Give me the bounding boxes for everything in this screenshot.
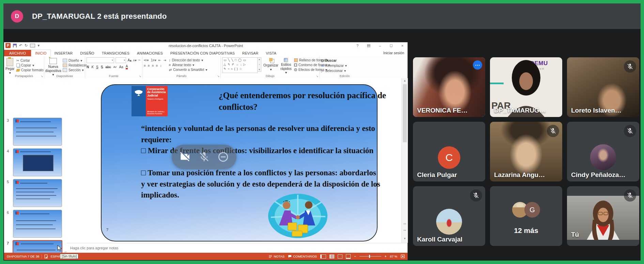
increase-indent-button[interactable]: ⇥ [163,58,166,62]
scroll-up-icon[interactable]: ▲ [402,79,408,82]
numbering-button[interactable]: 1≡▾ [151,58,156,62]
bullets-button[interactable]: •≡▾ [144,58,149,62]
font-name-select[interactable]: ▾ [87,57,114,63]
normal-view-button[interactable] [320,254,326,259]
zoom-in-button[interactable]: + [385,254,387,258]
line-spacing-button[interactable]: ↕ [160,64,162,68]
tab-inicio[interactable]: INICIO [31,49,50,57]
scrollbar-thumb[interactable] [403,84,407,142]
slide-scrollbar[interactable]: ▲ ˄˄ ˅˅ ▼ [401,78,408,243]
bold-button[interactable]: N [87,65,89,69]
font-color-button[interactable]: A [126,65,128,69]
quick-styles-button[interactable]: Estilos rápidos ▾ [280,58,292,75]
shapes-gallery[interactable]: ▭ ╲ ╲ □ ◯ ▭ △ ↰ ↱ → ↓ ▷ ✎ ~ ≈ ( ) ☆ [222,57,258,73]
align-left-button[interactable]: ≡ [144,64,146,68]
section-button[interactable]: Sección ▾ [63,68,87,72]
dialog-launcher-icon[interactable]: ↘ [217,75,219,78]
align-right-button[interactable]: ≡ [152,64,154,68]
zoom-slider[interactable] [359,256,381,256]
slide-thumbnail-6[interactable] [13,210,62,238]
fit-to-window-icon[interactable] [401,254,405,258]
minimize-icon[interactable] [217,151,229,163]
layout-button[interactable]: Diseño ▾ [63,58,87,63]
justify-button[interactable]: ≡ [156,64,158,68]
notes-toggle[interactable]: NOTAS [269,254,285,258]
camera-off-icon[interactable] [179,151,191,163]
previous-slide-button[interactable]: ˄˄ [402,223,408,228]
align-center-button[interactable]: ≡ [148,64,150,68]
close-button[interactable]: × [400,44,405,48]
dialog-launcher-icon[interactable]: ↘ [316,75,318,78]
participant-tile-dp-tamarugal[interactable]: ODEMU y Desarrollo de la M PAR DP_TAMARU… [490,57,562,117]
participant-tile-lazarina[interactable]: Lazarina Angu… [490,122,562,181]
slide-sorter-view-button[interactable] [329,254,334,259]
shapes-gallery-scroll[interactable]: ▲▪▼ [258,57,261,72]
tab-transiciones[interactable]: TRANSICIONES [98,50,133,56]
tab-insertar[interactable]: INSERTAR [51,50,77,56]
scroll-down-icon[interactable]: ▼ [402,237,408,240]
slideshow-button[interactable] [346,254,351,259]
char-spacing-button[interactable]: AV [113,65,117,69]
restore-button[interactable]: ◻ [389,43,394,48]
text-direction-button[interactable]: ↕ Dirección del texto ▾ [169,58,208,62]
participant-tile-self[interactable]: Tú [567,186,639,246]
copy-button[interactable]: Copiar ▾ [16,63,44,68]
slide-thumbnail-7-current[interactable] [13,240,62,253]
align-text-button[interactable]: ≡ Alinear texto ▾ [169,63,208,67]
dialog-launcher-icon[interactable]: ↘ [41,75,43,78]
scissors-icon: ✂ [16,59,19,62]
smartart-button[interactable]: ⇄ Convertir a SmartArt ▾ [169,68,208,72]
participant-tile-karoll[interactable]: Karoll Carvajal [413,186,485,246]
decrease-indent-button[interactable]: ⇤ [158,58,161,62]
tab-archivo[interactable]: ARCHIVO [4,50,31,56]
tab-animaciones[interactable]: ANIMACIONES [133,50,167,56]
mic-off-icon[interactable] [198,151,210,163]
next-slide-button[interactable]: ˅˅ [402,229,408,234]
tab-presentacion[interactable]: PRESENTACIÓN CON DIAPOSITIVAS [167,50,239,56]
slide-thumbnail-3[interactable] [13,118,62,146]
shadow-button[interactable]: S [101,65,103,69]
reading-view-button[interactable] [338,254,342,259]
minimize-button[interactable]: – [378,44,382,48]
new-slide-button[interactable]: Nueva diapositiva ▾ [46,58,61,77]
shrink-font-button[interactable]: A▾ [133,59,137,62]
select-button[interactable]: ▷ Seleccionar ▾ [321,69,368,73]
slide[interactable]: Corporación de Asistencia Judicial Tarap… [101,84,378,241]
help-button[interactable]: ? [355,44,360,48]
replace-button[interactable]: ab Reemplazar ▾ [321,63,368,68]
participant-tile-cindy[interactable]: Cindy Peñaloza… [567,122,639,181]
slide-thumbnail-5[interactable] [13,179,62,207]
strikethrough-button[interactable]: abc [105,65,111,69]
clear-format-button[interactable]: ✑ [138,58,141,62]
tab-revisar[interactable]: REVISAR [239,50,262,56]
notes-pane[interactable]: Haga clic para agregar notas [67,243,408,253]
font-size-select[interactable]: ▾ [116,57,126,63]
change-case-button[interactable]: Aa [119,65,123,69]
participant-tile-loreto[interactable]: Loreto Islaven… [567,57,639,117]
spellcheck-icon[interactable] [44,254,48,259]
arrange-button[interactable]: Organizar ▾ [264,58,278,71]
zoom-level[interactable]: 87 % [390,254,397,258]
comments-toggle[interactable]: COMENTARIOS [288,254,317,258]
zoom-out-button[interactable]: − [354,254,356,258]
participant-name: DP_TAMARUG… [494,107,546,114]
tab-vista[interactable]: VISTA [262,50,280,56]
find-button[interactable]: Buscar [321,58,368,63]
ribbon-options-button[interactable]: ▤ [366,43,371,48]
group-portapapeles: Pegar ▾ ✂ Cortar Copiar ▾ [4,56,44,78]
format-painter-button[interactable]: Copiar formato [16,68,44,72]
paste-button[interactable]: Pegar ▾ [5,58,15,75]
dialog-launcher-icon[interactable]: ↘ [139,75,141,78]
slide-thumbnail-4[interactable] [13,148,62,176]
reset-button[interactable]: Restablecer [63,63,87,68]
more-options-button[interactable]: ⋯ [473,60,482,70]
tab-diseno[interactable]: DISEÑO [76,50,98,56]
participant-tile-overflow[interactable]: G 12 más [490,186,562,246]
cut-button[interactable]: ✂ Cortar [16,58,44,63]
sign-in-link[interactable]: Iniciar sesión [383,51,404,55]
grow-font-button[interactable]: A▴ [127,58,132,62]
participant-tile-veronica[interactable]: ⋯ VERONICA FE… [413,57,485,117]
underline-button[interactable]: S [96,65,98,69]
participant-tile-cleria[interactable]: C Cleria Pulgar [413,122,485,181]
italic-button[interactable]: K [91,65,94,69]
